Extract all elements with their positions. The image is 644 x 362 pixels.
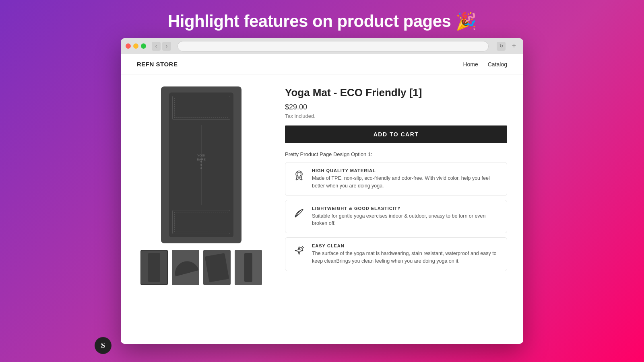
svg-point-1	[297, 172, 301, 176]
feature-high-quality-text: HIGH QUALITY MATERIAL Made of TPE, non-s…	[312, 168, 500, 190]
browser-nav-buttons: ‹ ›	[152, 42, 171, 51]
address-bar[interactable]	[178, 41, 489, 51]
nav-catalog[interactable]: Catalog	[488, 61, 507, 68]
shopify-s-icon: S	[101, 341, 105, 350]
store-header: REFN STORE Home Catalog	[121, 54, 523, 74]
thumbnail-4[interactable]	[235, 250, 262, 285]
traffic-light-green[interactable]	[141, 43, 146, 49]
feature-card-easy-clean: EASY CLEAN The surface of the yoga mat i…	[285, 237, 507, 271]
forward-button[interactable]: ›	[162, 42, 171, 51]
thumbnail-1[interactable]	[140, 250, 168, 285]
page-headline: Highlight features on product pages 🎉	[168, 11, 476, 31]
store-nav: Home Catalog	[463, 61, 507, 68]
new-tab-button[interactable]: +	[510, 42, 518, 51]
product-layout: YOGIBARE	[121, 74, 523, 293]
medal-icon	[292, 168, 306, 182]
shopify-badge[interactable]: S	[95, 337, 111, 354]
main-product-image: YOGIBARE	[161, 86, 242, 243]
product-tax: Tax included.	[285, 113, 507, 119]
sparkle-icon	[292, 243, 306, 257]
reload-button[interactable]: ↻	[497, 42, 506, 51]
feature-card-lightweight: LIGHTWEIGHT & GOOD ELASTICITY Suitable f…	[285, 200, 507, 234]
feature-easy-clean-text: EASY CLEAN The surface of the yoga mat i…	[312, 243, 500, 265]
browser-bar: ‹ › ↻ +	[121, 38, 523, 54]
add-to-cart-button[interactable]: ADD TO CART	[285, 125, 507, 143]
traffic-light-yellow[interactable]	[133, 43, 138, 49]
product-price: $29.00	[285, 103, 507, 111]
store-page: REFN STORE Home Catalog	[121, 54, 523, 344]
store-logo: REFN STORE	[137, 61, 178, 68]
feature-card-high-quality: HIGH QUALITY MATERIAL Made of TPE, non-s…	[285, 162, 507, 196]
product-info: Yoga Mat - ECO Friendly [1] $29.00 Tax i…	[285, 86, 507, 285]
product-title: Yoga Mat - ECO Friendly [1]	[285, 86, 507, 99]
thumbnail-2[interactable]	[172, 250, 199, 285]
back-button[interactable]: ‹	[152, 42, 161, 51]
features-label: Pretty Product Page Design Option 1:	[285, 151, 507, 157]
traffic-light-red[interactable]	[126, 43, 131, 49]
thumbnail-3[interactable]	[203, 250, 231, 285]
browser-window: ‹ › ↻ + REFN STORE Home Catalog	[121, 38, 523, 344]
feature-lightweight-text: LIGHTWEIGHT & GOOD ELASTICITY Suitable f…	[312, 206, 500, 228]
nav-home[interactable]: Home	[463, 61, 478, 68]
thumbnail-strip	[137, 250, 266, 285]
product-images: YOGIBARE	[137, 86, 266, 285]
feather-icon	[292, 206, 306, 220]
